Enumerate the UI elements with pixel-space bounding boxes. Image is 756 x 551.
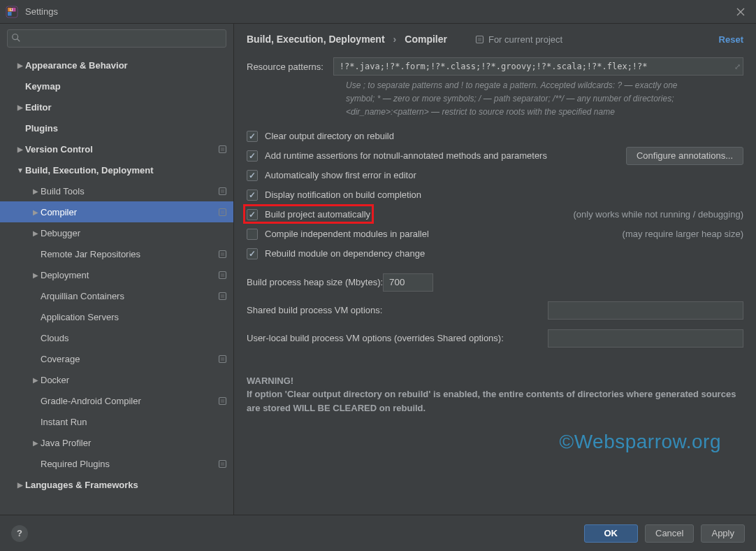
chevron-right-icon[interactable]: ▶ — [31, 187, 41, 195]
svg-text:IJ: IJ — [10, 8, 13, 12]
tree-item-plugins[interactable]: Plugins — [0, 117, 233, 138]
tree-item-label: Appearance & Behavior — [25, 60, 228, 71]
svg-rect-3 — [8, 12, 12, 16]
svg-rect-22 — [221, 399, 224, 403]
chevron-right-icon[interactable]: ▶ — [31, 208, 41, 216]
chevron-right-icon[interactable]: ▶ — [31, 439, 41, 447]
resource-patterns-input[interactable] — [333, 57, 743, 76]
tree-item-appearance-behavior[interactable]: ▶Appearance & Behavior — [0, 55, 233, 76]
user-vm-label: User-local build process VM options (ove… — [247, 333, 504, 343]
tree-item-required-plugins[interactable]: Required Plugins — [0, 453, 233, 474]
chevron-right-icon[interactable]: ▶ — [15, 103, 25, 111]
tree-item-java-profiler[interactable]: ▶Java Profiler — [0, 432, 233, 453]
chevron-right-icon[interactable]: ▶ — [15, 62, 25, 69]
apply-button[interactable]: Apply — [701, 524, 745, 543]
option-label[interactable]: Compile independent modules in parallel — [265, 229, 429, 239]
option-hint: (only works while not running / debuggin… — [573, 209, 743, 220]
heap-size-label: Build process heap size (Mbytes): — [247, 277, 383, 287]
svg-rect-26 — [478, 38, 481, 41]
checkbox[interactable] — [247, 150, 258, 162]
tree-item-debugger[interactable]: ▶Debugger — [0, 222, 233, 243]
tree-item-deployment[interactable]: ▶Deployment — [0, 264, 233, 285]
tree-item-label: Application Servers — [41, 312, 228, 322]
tree-item-label: Remote Jar Repositories — [41, 249, 212, 259]
project-scope-icon — [217, 248, 228, 259]
option-label[interactable]: Rebuild module on dependency change — [265, 248, 425, 259]
chevron-right-icon[interactable]: ▶ — [15, 145, 25, 153]
tree-item-label: Deployment — [41, 270, 212, 280]
shared-vm-row: Shared build process VM options: — [247, 301, 743, 320]
checkbox[interactable] — [247, 229, 258, 240]
tree-item-coverage[interactable]: Coverage — [0, 348, 233, 369]
heap-size-input[interactable] — [383, 273, 433, 292]
tree-item-keymap[interactable]: Keymap — [0, 76, 233, 96]
option-row: Automatically show first error in editor — [247, 166, 743, 185]
option-label[interactable]: Automatically show first error in editor — [265, 170, 416, 180]
tree-item-languages-frameworks[interactable]: ▶Languages & Frameworks — [0, 474, 233, 495]
tree-item-build-tools[interactable]: ▶Build Tools — [0, 180, 233, 201]
settings-sidebar: ▶Appearance & BehaviorKeymap▶EditorPlugi… — [0, 24, 234, 515]
chevron-right-icon[interactable]: ▶ — [31, 229, 41, 237]
checkbox[interactable] — [247, 131, 258, 142]
chevron-right-icon[interactable]: ▶ — [31, 271, 41, 279]
tree-item-label: Editor — [25, 102, 228, 113]
tree-item-docker[interactable]: ▶Docker — [0, 369, 233, 390]
ok-button[interactable]: OK — [584, 524, 639, 543]
chevron-down-icon[interactable]: ▼ — [15, 166, 25, 174]
option-row: Display notification on build completion — [247, 185, 743, 205]
option-row: Clear output directory on rebuild — [247, 127, 743, 146]
breadcrumb: Build, Execution, Deployment › Compiler … — [234, 24, 756, 55]
resource-hint: Use ; to separate patterns and ! to nega… — [247, 79, 743, 120]
project-scope-icon — [217, 395, 228, 406]
expand-icon[interactable]: ⤢ — [734, 62, 741, 71]
user-vm-row: User-local build process VM options (ove… — [247, 329, 743, 348]
tree-item-editor[interactable]: ▶Editor — [0, 96, 233, 117]
resource-patterns-label: Resource patterns: — [247, 62, 324, 72]
tree-item-label: Arquillian Containers — [41, 291, 212, 301]
tree-item-version-control[interactable]: ▶Version Control — [0, 138, 233, 159]
tree-item-arquillian-containers[interactable]: Arquillian Containers — [0, 285, 233, 306]
breadcrumb-root[interactable]: Build, Execution, Deployment — [247, 34, 385, 45]
configure-annotations-button[interactable]: Configure annotations... — [626, 147, 743, 165]
help-button[interactable]: ? — [11, 525, 28, 542]
close-icon[interactable] — [731, 2, 750, 22]
checkbox[interactable] — [247, 248, 258, 259]
shared-vm-input[interactable] — [548, 301, 743, 320]
checkbox[interactable] — [247, 170, 258, 181]
tree-item-clouds[interactable]: Clouds — [0, 327, 233, 348]
watermark-text: ©Websparrow.org — [560, 431, 722, 453]
tree-item-label: Languages & Frameworks — [25, 480, 228, 490]
option-label[interactable]: Build project automatically — [265, 209, 370, 220]
checkbox[interactable] — [247, 209, 258, 220]
checkbox[interactable] — [247, 189, 258, 201]
tree-item-label: Build Tools — [41, 186, 212, 196]
user-vm-input[interactable] — [548, 329, 743, 348]
tree-item-instant-run[interactable]: Instant Run — [0, 411, 233, 432]
cancel-button[interactable]: Cancel — [645, 524, 694, 543]
tree-item-label: Keymap — [25, 81, 228, 92]
tree-item-label: Docker — [41, 375, 228, 385]
reset-link[interactable]: Reset — [719, 34, 743, 45]
tree-item-gradle-android-compiler[interactable]: Gradle-Android Compiler — [0, 390, 233, 411]
chevron-right-icon[interactable]: ▶ — [15, 481, 25, 489]
tree-item-label: Version Control — [25, 144, 212, 155]
option-row: Compile independent modules in parallel(… — [247, 224, 743, 244]
settings-search-input[interactable] — [7, 29, 226, 48]
project-scope-icon — [217, 269, 228, 280]
project-scope-icon — [217, 458, 228, 469]
option-label[interactable]: Display notification on build completion — [265, 189, 421, 200]
tree-item-label: Clouds — [41, 333, 228, 343]
tree-item-label: Build, Execution, Deployment — [25, 165, 228, 176]
chevron-right-icon[interactable]: ▶ — [31, 376, 41, 384]
option-label[interactable]: Add runtime assertions for notnull-annot… — [265, 150, 547, 161]
tree-item-label: Gradle-Android Compiler — [41, 396, 212, 406]
option-label[interactable]: Clear output directory on rebuild — [265, 131, 394, 141]
svg-rect-16 — [221, 273, 224, 277]
project-scope-icon — [217, 185, 228, 196]
tree-item-application-servers[interactable]: Application Servers — [0, 306, 233, 327]
tree-item-remote-jar-repositories[interactable]: Remote Jar Repositories — [0, 243, 233, 264]
tree-item-compiler[interactable]: ▶Compiler — [0, 201, 233, 222]
svg-rect-18 — [221, 294, 224, 298]
tree-item-build-execution-deployment[interactable]: ▼Build, Execution, Deployment — [0, 159, 233, 180]
tree-item-label: Plugins — [25, 123, 228, 134]
